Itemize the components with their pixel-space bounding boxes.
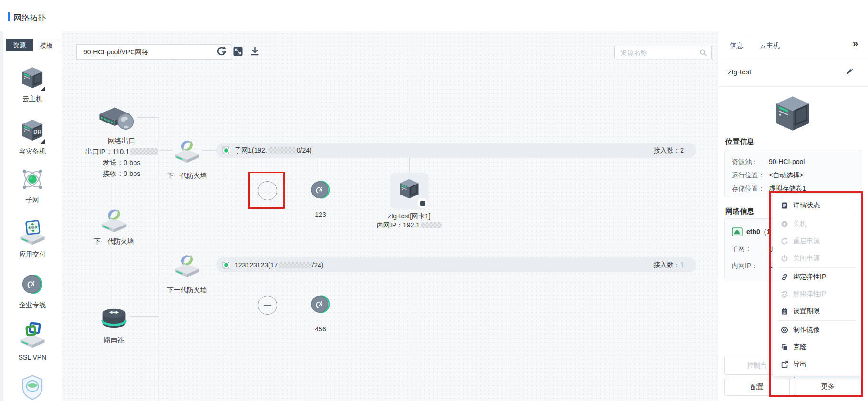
tab-templates[interactable]: 模板: [33, 39, 60, 51]
firewall-label: 下一代防火墙: [154, 286, 220, 295]
breadcrumb-cloud-host[interactable]: 云主机: [749, 38, 789, 52]
sidebar-item-label: 云主机: [3, 95, 62, 103]
firewall2-subnet2-line: [202, 265, 216, 265]
firewall-icon[interactable]: [172, 136, 202, 164]
redaction-mosaic: [268, 147, 297, 154]
subnet-icon: [222, 146, 231, 155]
refresh-icon[interactable]: [216, 46, 227, 57]
menu-divider: [778, 320, 856, 321]
vm-node-labels: ztg-test[网卡1] 内网IP：192.1: [366, 212, 452, 230]
menu-item-power-off[interactable]: 关闭电源: [773, 250, 861, 267]
link-icon: [781, 273, 788, 281]
title-accent-bar: [8, 12, 10, 21]
internet-gateway-icon[interactable]: [97, 102, 137, 133]
config-button[interactable]: 配置: [724, 378, 790, 396]
sidebar-tabs: 资源 模板: [6, 39, 60, 51]
server-icon: [20, 65, 45, 93]
menu-divider: [778, 267, 856, 268]
calendar-icon: [781, 308, 788, 315]
fullscreen-icon[interactable]: [233, 47, 243, 56]
network-section-header: 网络信息: [725, 207, 754, 216]
resource-sidebar: 资源 模板 云主机 容灾备机 子网 应用交付 企业专线 SSL VPN: [3, 31, 62, 401]
vm-actions-menu: 详情状态 关机 重启电源 关闭电源 绑定弹性IP 解绑弹性IP 设置期限: [773, 194, 861, 376]
leased-line-node-icon[interactable]: [309, 178, 332, 201]
page-header: 网络拓扑: [0, 0, 868, 31]
clone-icon: [781, 343, 788, 351]
subnet2-name: 123123123(17/24): [222, 260, 323, 269]
collapse-panel-icon[interactable]: »: [853, 38, 858, 49]
firewall-icon[interactable]: [98, 205, 130, 234]
sidebar-item-label: 子网: [3, 196, 62, 205]
menu-item-set-expiry[interactable]: 设置期限: [773, 303, 861, 320]
tab-resources[interactable]: 资源: [6, 39, 33, 51]
redaction-mosaic: [421, 222, 442, 228]
vm-node-ztg-test[interactable]: [390, 173, 428, 209]
menu-item-clone[interactable]: 克隆: [773, 339, 861, 356]
menu-item-detail-status[interactable]: 详情状态: [773, 197, 861, 214]
sidebar-item-app-delivery[interactable]: 应用交付: [3, 218, 62, 259]
redaction-mosaic: [279, 262, 312, 268]
router-icon[interactable]: [100, 305, 128, 330]
sidebar-item-label: 容灾备机: [3, 147, 62, 156]
add-node-button-subnet1[interactable]: [258, 181, 277, 200]
shield-icon: [19, 374, 46, 401]
sidebar-item-ssl-vpn[interactable]: SSL VPN: [3, 321, 62, 361]
subnet1-access-count: 接入数：2: [653, 146, 684, 155]
menu-item-bind-eip[interactable]: 绑定弹性IP: [773, 268, 861, 286]
menu-item-export[interactable]: 导出: [773, 356, 861, 373]
leased-line-icon: [20, 272, 45, 298]
sidebar-item-cloud-host[interactable]: 云主机: [3, 65, 62, 103]
export-icon: [781, 360, 788, 368]
download-icon[interactable]: [250, 46, 260, 56]
more-button[interactable]: 更多: [794, 377, 862, 396]
sidebar-item-security[interactable]: [3, 374, 62, 401]
firewall-label: 下一代防火墙: [154, 172, 220, 180]
router-trunk-line: [130, 316, 159, 317]
menu-item-shutdown[interactable]: 关机: [773, 216, 861, 233]
menu-item-unbind-eip[interactable]: 解绑弹性IP: [773, 286, 861, 303]
sidebar-item-dr-standby[interactable]: 容灾备机: [3, 117, 62, 156]
firewall-icon[interactable]: [172, 251, 202, 278]
vm-title-row: ztg-test: [718, 59, 868, 87]
firewall1-subnet1-line: [202, 150, 216, 151]
ssl-vpn-icon: [19, 321, 46, 351]
unlink-icon: [781, 290, 788, 298]
edit-pencil-icon[interactable]: [846, 68, 853, 75]
gateway-trunk-line: [137, 117, 159, 118]
subnet-bar-1[interactable]: 子网1(192.0/24) 接入数：2: [216, 143, 696, 158]
ethernet-port-icon: [732, 227, 743, 236]
app-delivery-icon: [19, 218, 46, 248]
subnet-bar-2[interactable]: 123123123(17/24) 接入数：1: [216, 257, 696, 272]
gateway-firewall-line: [114, 180, 114, 205]
vm-node-ip: 内网IP：192.1: [366, 221, 452, 230]
nic-row: eth0（1: [732, 227, 771, 236]
menu-item-make-image[interactable]: 制作镜像: [773, 321, 861, 339]
sidebar-item-leased-line[interactable]: 企业专线: [3, 272, 62, 309]
redaction-mosaic: [130, 148, 158, 155]
sidebar-item-label: SSL VPN: [3, 353, 62, 361]
search-icon[interactable]: [699, 49, 707, 57]
leased-line-node-icon[interactable]: [309, 293, 332, 316]
trunk-firewall2-line: [159, 265, 172, 265]
menu-item-restart-power[interactable]: 重启电源: [773, 233, 861, 250]
page-title: 网络拓扑: [13, 12, 46, 23]
subnet2-node456-line: [320, 272, 320, 293]
add-node-button-subnet2[interactable]: [258, 296, 277, 315]
location-info-box: 资源池：90-HCI-pool 运行位置：<自动选择> 存储位置：虚拟存储卷1: [724, 150, 862, 197]
sidebar-item-subnet[interactable]: 子网: [3, 167, 62, 205]
storage-location-row: 存储位置：虚拟存储卷1: [732, 185, 806, 193]
power-icon: [781, 255, 788, 262]
search-input[interactable]: [615, 46, 696, 59]
breadcrumb-info[interactable]: 信息: [723, 38, 753, 52]
disc-icon: [781, 326, 788, 334]
dr-server-icon: [20, 117, 45, 145]
menu-divider: [778, 215, 856, 215]
topology-canvas[interactable]: 90-HCI-pool/VPC网络 网络出口 出口IP：110.1 发送：0: [62, 31, 718, 401]
subnet2-plus-line: [268, 272, 268, 296]
gateway-tx: 发送：0 bps: [72, 157, 172, 168]
sidebar-item-label: 应用交付: [3, 250, 62, 259]
view-selector-dropdown[interactable]: 90-HCI-pool/VPC网络: [76, 44, 231, 60]
subnet-icon: [222, 260, 231, 269]
resource-search: [614, 46, 712, 59]
vm-node-name: ztg-test[网卡1]: [366, 212, 452, 221]
